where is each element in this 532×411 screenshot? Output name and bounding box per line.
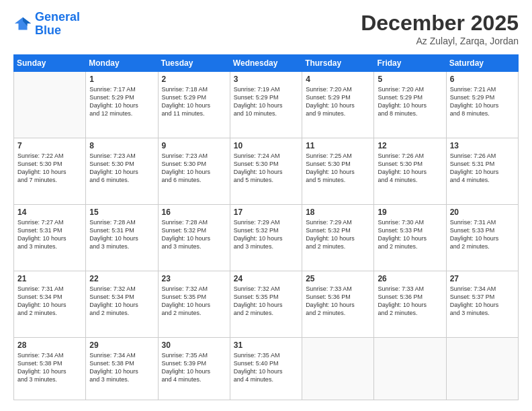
day-number: 16 (162, 208, 226, 217)
day-info: Sunrise: 7:26 AM Sunset: 5:30 PM Dayligh… (378, 152, 442, 185)
calendar-cell: 30Sunrise: 7:35 AM Sunset: 5:39 PM Dayli… (158, 337, 230, 400)
calendar-cell: 2Sunrise: 7:18 AM Sunset: 5:29 PM Daylig… (158, 72, 230, 138)
header: General Blue December 2025 Az Zulayl, Za… (13, 11, 519, 46)
calendar-table: SundayMondayTuesdayWednesdayThursdayFrid… (13, 54, 519, 400)
day-number: 13 (450, 141, 515, 150)
day-number: 9 (162, 141, 226, 150)
calendar-cell: 8Sunrise: 7:23 AM Sunset: 5:30 PM Daylig… (86, 138, 158, 204)
day-info: Sunrise: 7:31 AM Sunset: 5:34 PM Dayligh… (17, 285, 82, 318)
day-number: 4 (306, 75, 370, 84)
calendar-cell: 4Sunrise: 7:20 AM Sunset: 5:29 PM Daylig… (302, 72, 374, 138)
day-number: 24 (234, 274, 298, 283)
day-number: 5 (378, 75, 442, 84)
calendar-cell: 3Sunrise: 7:19 AM Sunset: 5:29 PM Daylig… (230, 72, 302, 138)
day-info: Sunrise: 7:34 AM Sunset: 5:37 PM Dayligh… (450, 285, 515, 318)
day-number: 28 (17, 340, 82, 350)
calendar-header-sunday: Sunday (14, 55, 86, 72)
calendar-header-thursday: Thursday (302, 55, 374, 72)
logo-line1: General (35, 10, 80, 24)
calendar-header-saturday: Saturday (446, 55, 518, 72)
day-info: Sunrise: 7:19 AM Sunset: 5:29 PM Dayligh… (234, 85, 298, 118)
calendar-cell: 26Sunrise: 7:33 AM Sunset: 5:36 PM Dayli… (374, 271, 446, 337)
day-number: 12 (378, 141, 442, 150)
day-info: Sunrise: 7:26 AM Sunset: 5:31 PM Dayligh… (450, 152, 515, 185)
day-info: Sunrise: 7:27 AM Sunset: 5:31 PM Dayligh… (17, 218, 82, 251)
day-info: Sunrise: 7:23 AM Sunset: 5:30 PM Dayligh… (162, 152, 226, 185)
calendar-cell: 23Sunrise: 7:32 AM Sunset: 5:35 PM Dayli… (158, 271, 230, 337)
day-number: 29 (89, 340, 154, 350)
day-number: 30 (162, 340, 226, 350)
calendar-header-friday: Friday (374, 55, 446, 72)
day-number: 11 (306, 141, 370, 150)
calendar-cell: 1Sunrise: 7:17 AM Sunset: 5:29 PM Daylig… (86, 72, 158, 138)
day-number: 22 (89, 274, 154, 283)
calendar-week-row: 7Sunrise: 7:22 AM Sunset: 5:30 PM Daylig… (14, 138, 519, 204)
calendar-cell: 13Sunrise: 7:26 AM Sunset: 5:31 PM Dayli… (446, 138, 518, 204)
logo: General Blue (13, 11, 80, 38)
calendar-cell (302, 337, 374, 400)
day-number: 2 (162, 75, 226, 84)
calendar-cell: 17Sunrise: 7:29 AM Sunset: 5:32 PM Dayli… (230, 204, 302, 271)
day-info: Sunrise: 7:33 AM Sunset: 5:36 PM Dayligh… (306, 285, 370, 318)
calendar-header-tuesday: Tuesday (158, 55, 230, 72)
logo-icon (13, 15, 32, 34)
day-info: Sunrise: 7:28 AM Sunset: 5:32 PM Dayligh… (162, 218, 226, 251)
day-number: 20 (450, 208, 515, 217)
day-info: Sunrise: 7:34 AM Sunset: 5:38 PM Dayligh… (89, 351, 154, 384)
day-info: Sunrise: 7:21 AM Sunset: 5:29 PM Dayligh… (450, 85, 515, 118)
calendar-cell: 27Sunrise: 7:34 AM Sunset: 5:37 PM Dayli… (446, 271, 518, 337)
calendar-cell: 31Sunrise: 7:35 AM Sunset: 5:40 PM Dayli… (230, 337, 302, 400)
day-info: Sunrise: 7:25 AM Sunset: 5:30 PM Dayligh… (306, 152, 370, 185)
day-number: 26 (378, 274, 442, 283)
day-number: 10 (234, 141, 298, 150)
day-number: 23 (162, 274, 226, 283)
day-number: 15 (89, 208, 154, 217)
day-info: Sunrise: 7:32 AM Sunset: 5:35 PM Dayligh… (234, 285, 298, 318)
day-number: 31 (234, 340, 298, 350)
day-info: Sunrise: 7:28 AM Sunset: 5:31 PM Dayligh… (89, 218, 154, 251)
day-info: Sunrise: 7:17 AM Sunset: 5:29 PM Dayligh… (89, 85, 154, 118)
calendar-cell: 22Sunrise: 7:32 AM Sunset: 5:34 PM Dayli… (86, 271, 158, 337)
calendar-header-row: SundayMondayTuesdayWednesdayThursdayFrid… (14, 55, 519, 72)
day-number: 8 (89, 141, 154, 150)
calendar-cell: 20Sunrise: 7:31 AM Sunset: 5:33 PM Dayli… (446, 204, 518, 271)
calendar-cell: 24Sunrise: 7:32 AM Sunset: 5:35 PM Dayli… (230, 271, 302, 337)
calendar-cell (374, 337, 446, 400)
calendar-week-row: 1Sunrise: 7:17 AM Sunset: 5:29 PM Daylig… (14, 72, 519, 138)
calendar-cell: 14Sunrise: 7:27 AM Sunset: 5:31 PM Dayli… (14, 204, 86, 271)
day-info: Sunrise: 7:32 AM Sunset: 5:35 PM Dayligh… (162, 285, 226, 318)
location: Az Zulayl, Zarqa, Jordan (361, 36, 519, 46)
day-info: Sunrise: 7:29 AM Sunset: 5:32 PM Dayligh… (306, 218, 370, 251)
day-number: 7 (17, 141, 82, 150)
calendar-cell: 18Sunrise: 7:29 AM Sunset: 5:32 PM Dayli… (302, 204, 374, 271)
day-number: 14 (17, 208, 82, 217)
day-info: Sunrise: 7:31 AM Sunset: 5:33 PM Dayligh… (450, 218, 515, 251)
calendar-header-monday: Monday (86, 55, 158, 72)
calendar-cell: 25Sunrise: 7:33 AM Sunset: 5:36 PM Dayli… (302, 271, 374, 337)
calendar-cell: 19Sunrise: 7:30 AM Sunset: 5:33 PM Dayli… (374, 204, 446, 271)
day-info: Sunrise: 7:22 AM Sunset: 5:30 PM Dayligh… (17, 152, 82, 185)
calendar-cell (14, 72, 86, 138)
calendar-cell: 12Sunrise: 7:26 AM Sunset: 5:30 PM Dayli… (374, 138, 446, 204)
day-number: 19 (378, 208, 442, 217)
day-info: Sunrise: 7:32 AM Sunset: 5:34 PM Dayligh… (89, 285, 154, 318)
calendar-cell: 16Sunrise: 7:28 AM Sunset: 5:32 PM Dayli… (158, 204, 230, 271)
day-info: Sunrise: 7:24 AM Sunset: 5:30 PM Dayligh… (234, 152, 298, 185)
day-number: 21 (17, 274, 82, 283)
month-title: December 2025 (361, 11, 519, 36)
calendar-week-row: 14Sunrise: 7:27 AM Sunset: 5:31 PM Dayli… (14, 204, 519, 271)
calendar-cell: 11Sunrise: 7:25 AM Sunset: 5:30 PM Dayli… (302, 138, 374, 204)
calendar-cell: 5Sunrise: 7:20 AM Sunset: 5:29 PM Daylig… (374, 72, 446, 138)
day-info: Sunrise: 7:34 AM Sunset: 5:38 PM Dayligh… (17, 351, 82, 384)
day-info: Sunrise: 7:23 AM Sunset: 5:30 PM Dayligh… (89, 152, 154, 185)
day-info: Sunrise: 7:20 AM Sunset: 5:29 PM Dayligh… (378, 85, 442, 118)
day-info: Sunrise: 7:18 AM Sunset: 5:29 PM Dayligh… (162, 85, 226, 118)
page: General Blue December 2025 Az Zulayl, Za… (0, 0, 532, 411)
calendar-header-wednesday: Wednesday (230, 55, 302, 72)
day-number: 6 (450, 75, 515, 84)
day-info: Sunrise: 7:35 AM Sunset: 5:40 PM Dayligh… (234, 351, 298, 384)
calendar-cell: 29Sunrise: 7:34 AM Sunset: 5:38 PM Dayli… (86, 337, 158, 400)
calendar-cell: 21Sunrise: 7:31 AM Sunset: 5:34 PM Dayli… (14, 271, 86, 337)
day-number: 18 (306, 208, 370, 217)
day-info: Sunrise: 7:29 AM Sunset: 5:32 PM Dayligh… (234, 218, 298, 251)
